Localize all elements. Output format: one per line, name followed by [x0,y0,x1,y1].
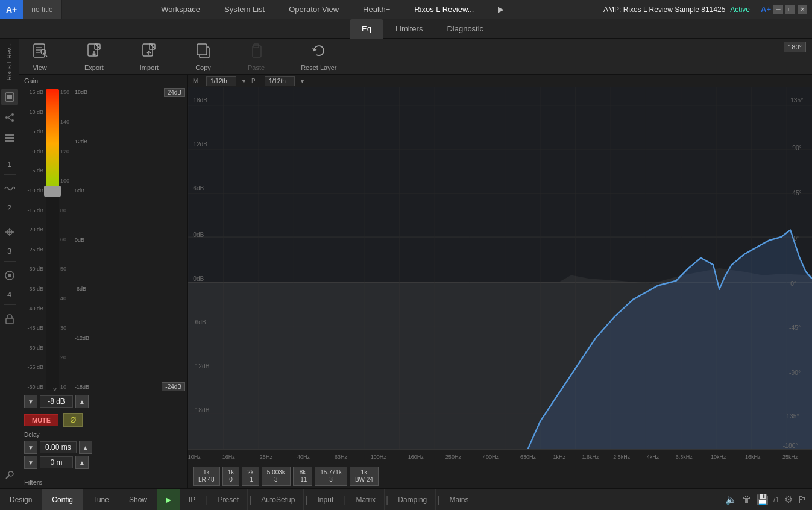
delay-m-up[interactable]: ▲ [75,456,89,469]
device-title: AMP: Rixos L Review Sample 811425 Active [603,5,756,14]
gain-badge-top: 24dB [164,88,185,97]
toolbar-reset[interactable]: Reset Layer [301,42,336,71]
num-50: 50 [60,266,75,272]
nav-workspace[interactable]: Workspace [161,5,200,14]
sidebar-num-4[interactable]: 4 [3,288,16,301]
svg-line-6 [8,118,11,120]
m-value[interactable]: 1/12th [206,76,236,86]
sidebar-icon-crosshair[interactable] [1,224,18,241]
mute-button[interactable]: MUTE [24,414,58,426]
tab-show[interactable]: Show [119,489,157,511]
nav-autosetup[interactable]: AutoSetup [253,489,304,511]
nav-damping[interactable]: Damping [389,489,436,511]
title-tab[interactable]: no title [23,0,61,19]
sep3: | [304,494,309,505]
filter-btn-1k-lr48[interactable]: 1kLR 48 [193,467,220,486]
gain-down-button[interactable]: ▼ [24,395,37,408]
filter-btn-1k-bw24[interactable]: 1kBW 24 [350,467,379,486]
filter-btn-1k-0[interactable]: 1k0 [222,467,240,486]
gain-up-button[interactable]: ▲ [75,395,89,408]
svg-rect-8 [8,134,11,136]
sidebar-icon-wave[interactable] [1,180,18,197]
nav-rixos[interactable]: Rixos L Review... [414,5,474,14]
toolbar-import[interactable]: Import [140,42,159,71]
num-40: 40 [60,295,75,301]
nav-play[interactable]: ▶ [498,5,504,14]
tab-limiters[interactable]: Limiters [383,19,435,39]
nav-operator-view[interactable]: Operator View [289,5,339,14]
app-logo[interactable]: A+ [0,0,23,19]
bottom-right-icons: 🔈 🗑 💾 /1 ⚙ 🏳 [725,494,812,505]
toolbar-paste[interactable]: Paste [248,42,265,71]
sidebar-icon-grid[interactable] [1,130,18,146]
tab-design[interactable]: Design [0,489,42,511]
sidebar-icon-circle[interactable] [1,267,18,284]
toolbar-view[interactable]: View [31,42,48,71]
paste-label: Paste [248,64,265,71]
top-bar: A+ no title Workspace System List Operat… [0,0,812,19]
sidebar-icon-nodes[interactable] [1,109,18,126]
db-level-1: 15 dB [20,89,43,95]
bottom-bar: Design Config Tune Show ▶ IP | Preset | … [0,488,812,510]
db-level-10: -30 dB [20,266,43,272]
m-arrow[interactable]: ▼ [241,78,247,84]
db-level-6: -10 dB [20,187,43,194]
tab-tune[interactable]: Tune [83,489,119,511]
delay-ms-up[interactable]: ▲ [79,441,92,454]
save-icon[interactable]: 💾 [757,494,769,505]
db-level-13: -45 dB [20,325,43,331]
reset-icon [310,42,327,63]
nav-arrow[interactable]: ▶ [157,489,180,511]
paste-icon [248,42,265,63]
freq-10hz[interactable]: 10Hz [188,454,201,460]
filter-btn-15771k-3[interactable]: 15.771k3 [315,467,347,486]
nav-system-list[interactable]: System List [224,5,265,14]
filter-btn-5003k-3[interactable]: 5.003k3 [262,467,291,486]
delay-m-down[interactable]: ▼ [24,456,37,469]
p-label: P [251,78,260,84]
sidebar-icon-chip[interactable] [1,89,18,105]
db-level-7: -15 dB [20,207,43,213]
filter-buttons: 1kLR 48 1k0 2k-1 5.003k3 8k-11 15.771k3 … [188,464,812,488]
nav-ip[interactable]: IP [180,489,204,511]
tab-config[interactable]: Config [42,489,83,511]
nav-matrix[interactable]: Matrix [347,489,385,511]
phase-button[interactable]: Ø [63,413,83,427]
sidebar-icon-tools[interactable] [1,467,18,483]
nav-preset[interactable]: Preset [209,489,248,511]
toolbar-export[interactable]: Export [84,42,104,71]
delay-ms-down[interactable]: ▼ [24,441,37,454]
gain-slider[interactable] [44,186,61,197]
nav-input[interactable]: Input [309,489,343,511]
svg-rect-24 [34,44,45,57]
filter-btn-2k-1[interactable]: 2k-1 [242,467,259,486]
freq-25khz[interactable]: 25kHz [782,454,798,460]
sidebar-num-3[interactable]: 3 [3,244,16,257]
settings-icon[interactable]: ⚙ [784,494,793,505]
minimize-button[interactable]: ─ [773,5,783,14]
p-value[interactable]: 1/12th [265,76,295,86]
sidebar-num-1[interactable]: 1 [3,157,16,171]
freq-4khz: 4kHz [647,454,659,460]
nav-health[interactable]: Health+ [363,5,390,14]
num-100: 100 [60,178,75,184]
speaker-icon[interactable]: 🔈 [725,494,737,505]
sidebar-num-2[interactable]: 2 [3,201,16,214]
freq-100hz: 100Hz [371,454,386,460]
maximize-button[interactable]: □ [785,5,795,14]
toolbar-copy[interactable]: Copy [195,42,212,71]
filter-btn-8k-11[interactable]: 8k-11 [293,467,312,486]
trash-icon[interactable]: 🗑 [742,494,752,505]
svg-point-4 [11,119,14,122]
close-button[interactable]: ✕ [798,5,807,14]
svg-rect-21 [6,318,13,324]
sidebar-icon-lock[interactable] [1,310,18,327]
p-arrow[interactable]: ▼ [300,78,305,84]
nav-mains[interactable]: Mains [441,489,477,511]
svg-rect-7 [5,134,8,136]
svg-rect-11 [8,137,11,139]
svg-text:0dB: 0dB [193,274,204,282]
tab-eq[interactable]: Eq [350,19,383,39]
flag-icon[interactable]: 🏳 [798,494,807,505]
tab-diagnostic[interactable]: Diagnostic [435,19,496,39]
